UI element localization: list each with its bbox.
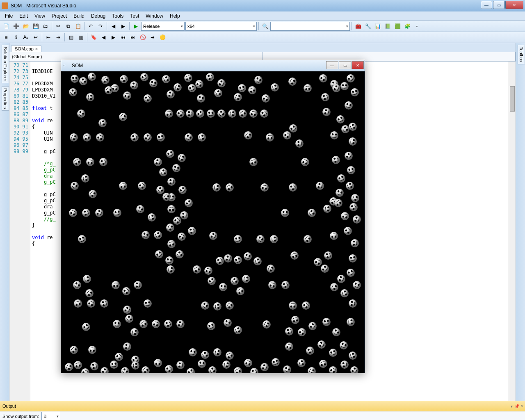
svg-point-126 — [165, 110, 173, 118]
face-sprite — [340, 360, 349, 369]
menu-project[interactable]: Project — [48, 12, 70, 20]
svg-point-585 — [291, 316, 299, 324]
save-icon[interactable]: 💾 — [31, 22, 40, 31]
face-sprite — [113, 208, 122, 217]
increase-indent-icon[interactable]: ⇥ — [54, 33, 63, 42]
svg-point-72 — [69, 88, 77, 96]
nav-fwd-icon[interactable]: ▶ — [119, 22, 128, 31]
clear-bookmarks-icon[interactable]: 🚫 — [138, 33, 147, 42]
face-sprite — [95, 208, 104, 217]
next-bookmark-icon[interactable]: ▶ — [109, 33, 118, 42]
uncomment-icon[interactable]: ▥ — [76, 33, 85, 42]
object-browser-icon[interactable]: 📗 — [383, 22, 392, 31]
menu-debug[interactable]: Debug — [88, 12, 109, 20]
redo-icon[interactable]: ↷ — [96, 22, 105, 31]
bookmark-icon[interactable]: 🔖 — [89, 33, 98, 42]
minimize-button[interactable]: — — [481, 1, 492, 9]
menu-tools[interactable]: Tools — [109, 12, 127, 20]
find-icon[interactable]: 🔍 — [260, 22, 269, 31]
editor-scrollbar[interactable] — [509, 62, 516, 401]
file-tab-active[interactable]: SOM.cpp × — [11, 45, 41, 52]
toolbox-icon[interactable]: 🧰 — [354, 22, 363, 31]
menu-window[interactable]: Window — [142, 12, 167, 20]
face-sprite — [119, 181, 128, 190]
start-page-icon[interactable]: 🟩 — [393, 22, 402, 31]
face-sprite — [341, 125, 350, 134]
extension-icon[interactable]: 🧩 — [403, 22, 412, 31]
config-combo[interactable]: Release — [141, 22, 185, 31]
undo-icon[interactable]: ↶ — [86, 22, 95, 31]
face-sprite — [82, 208, 91, 217]
som-close-button[interactable]: ✕ — [352, 61, 364, 69]
svg-point-271 — [169, 183, 171, 184]
output-source-combo[interactable]: B — [41, 412, 60, 420]
param-info-icon[interactable]: Aₐ — [21, 33, 30, 42]
menu-view[interactable]: View — [31, 12, 48, 20]
som-maximize-button[interactable]: ▭ — [339, 61, 351, 69]
quick-info-icon[interactable]: ℹ — [11, 33, 21, 42]
menu-edit[interactable]: Edit — [16, 12, 31, 20]
svg-point-210 — [341, 125, 349, 133]
prev-bookmark-folder-icon[interactable]: ⏮ — [119, 33, 128, 42]
new-project-icon[interactable]: 📄 — [2, 22, 11, 31]
open-icon[interactable]: 📂 — [21, 22, 30, 31]
som-titlebar[interactable]: ▫ SOM — ▭ ✕ — [61, 60, 365, 71]
find-combo[interactable] — [270, 22, 350, 31]
close-button[interactable]: ✕ — [505, 1, 523, 9]
menu-test[interactable]: Test — [127, 12, 142, 20]
platform-combo[interactable]: x64 — [185, 22, 257, 31]
som-minimize-button[interactable]: — — [326, 61, 338, 69]
svg-point-345 — [281, 209, 289, 217]
add-item-icon[interactable]: ➕ — [11, 22, 21, 31]
nav-back-icon[interactable]: ◀ — [109, 22, 118, 31]
properties-icon[interactable]: 🔧 — [363, 22, 372, 31]
cut-icon[interactable]: ✂ — [54, 22, 63, 31]
svg-point-459 — [349, 254, 357, 262]
face-sprite — [230, 276, 239, 285]
copy-icon[interactable]: ⧉ — [64, 22, 73, 31]
svg-point-267 — [138, 182, 146, 190]
face-sprite — [167, 205, 176, 214]
toolbox-tab[interactable]: Toolbox — [518, 45, 525, 64]
paste-icon[interactable]: 📋 — [73, 22, 82, 31]
svg-point-516 — [74, 299, 82, 308]
svg-point-180 — [144, 133, 152, 142]
svg-point-186 — [185, 133, 193, 142]
svg-point-306 — [351, 194, 359, 202]
output-close-icon[interactable]: × — [521, 404, 523, 409]
go-to-icon[interactable]: ➜ — [148, 33, 157, 42]
output-dropdown-icon[interactable]: ▾ — [511, 404, 513, 409]
face-sprite — [208, 366, 217, 373]
svg-point-411 — [155, 250, 163, 258]
menu-help[interactable]: Help — [167, 12, 183, 20]
svg-point-561 — [139, 320, 148, 328]
face-sprite — [256, 235, 265, 244]
next-bookmark-folder-icon[interactable]: ⏭ — [128, 33, 137, 42]
svg-point-321 — [113, 209, 121, 217]
highlight-icon[interactable]: 🟡 — [158, 33, 167, 42]
maximize-button[interactable]: ▭ — [493, 1, 504, 9]
menu-build[interactable]: Build — [70, 12, 88, 20]
svg-point-699 — [234, 367, 242, 373]
face-sprite — [155, 250, 164, 259]
properties-tab[interactable]: Properties — [2, 86, 9, 111]
svg-point-717 — [297, 359, 306, 367]
save-all-icon[interactable]: 🗂 — [41, 22, 50, 31]
menu-file[interactable]: File — [2, 12, 16, 20]
left-side-panel: Solution Explorer Properties — [0, 43, 9, 401]
face-sprite — [253, 257, 262, 266]
face-sprite — [250, 368, 259, 373]
class-view-icon[interactable]: 📊 — [373, 22, 382, 31]
decrease-indent-icon[interactable]: ⇤ — [44, 33, 53, 42]
start-debug-icon[interactable]: ▶ — [131, 22, 140, 31]
word-wrap-icon[interactable]: ↩ — [31, 33, 40, 42]
command-window-icon[interactable]: ▫ — [413, 22, 422, 31]
vs-titlebar: SOM - Microsoft Visual Studio — ▭ ✕ — [0, 0, 525, 11]
prev-bookmark-icon[interactable]: ◀ — [99, 33, 108, 42]
output-pin-icon[interactable]: 📌 — [514, 404, 519, 409]
face-sprite — [348, 254, 357, 263]
comment-icon[interactable]: ▤ — [66, 33, 75, 42]
member-list-icon[interactable]: ≡ — [2, 33, 11, 42]
file-tab-close-icon[interactable]: × — [35, 46, 38, 51]
solution-explorer-tab[interactable]: Solution Explorer — [2, 45, 9, 83]
